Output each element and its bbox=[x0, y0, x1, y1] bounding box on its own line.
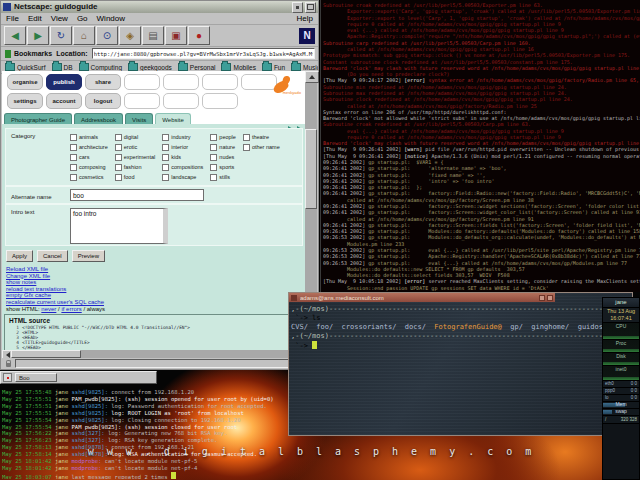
bookmark-folder-quicksurf[interactable]: QuickSurf bbox=[5, 63, 46, 71]
link-change-xml-file[interactable]: Change XML file bbox=[6, 273, 105, 280]
stop-button[interactable]: ● bbox=[188, 26, 210, 45]
checkbox[interactable] bbox=[210, 174, 217, 181]
category-option-animals[interactable]: animals bbox=[70, 132, 108, 142]
nav-button-settings[interactable]: settings bbox=[7, 93, 43, 109]
bookmark-folder-geekgoods[interactable]: geekgoods bbox=[128, 63, 172, 71]
category-option-fashion[interactable]: fashion bbox=[115, 162, 156, 172]
menu-edit[interactable]: Edit bbox=[28, 14, 42, 24]
bookmark-folder-computing[interactable]: Computing bbox=[79, 63, 122, 71]
alternate-name-input[interactable] bbox=[70, 189, 204, 201]
guide-button[interactable]: ◈ bbox=[119, 26, 141, 45]
taskbar-icon[interactable] bbox=[3, 373, 12, 382]
shell-menu-icon[interactable] bbox=[291, 295, 297, 301]
category-option-interior[interactable]: interior bbox=[162, 142, 203, 152]
vertical-scroll-thumb[interactable] bbox=[305, 129, 317, 209]
checkbox[interactable] bbox=[115, 174, 122, 181]
reload-button[interactable]: ↻ bbox=[50, 26, 72, 45]
menu-window[interactable]: Window bbox=[97, 14, 125, 24]
nav-button-empty[interactable] bbox=[163, 74, 199, 90]
category-option-composing[interactable]: composing bbox=[70, 162, 108, 172]
link-reload-xml-file[interactable]: Reload XML file bbox=[6, 266, 105, 273]
category-option-food[interactable]: food bbox=[115, 172, 156, 182]
category-option-kids[interactable]: kids bbox=[162, 152, 203, 162]
category-option-experimental[interactable]: experimental bbox=[115, 152, 156, 162]
category-option-people[interactable]: people bbox=[210, 132, 236, 142]
nav-button-account[interactable]: account bbox=[46, 93, 82, 109]
nav-button-empty[interactable] bbox=[202, 74, 238, 90]
category-option-stills[interactable]: stills bbox=[210, 172, 236, 182]
bookmark-folder-music[interactable]: Music bbox=[291, 63, 318, 71]
back-button[interactable]: ◀ bbox=[4, 26, 26, 45]
checkbox[interactable] bbox=[115, 144, 122, 151]
nav-button-empty[interactable] bbox=[124, 93, 160, 109]
horizontal-scroll-thumb[interactable] bbox=[11, 350, 81, 358]
checkbox[interactable] bbox=[210, 134, 217, 141]
nav-button-empty[interactable] bbox=[163, 93, 199, 109]
taskbar-item[interactable]: Boo bbox=[15, 373, 57, 382]
shell-titlebar[interactable]: adams@ans.mediaconsult.com bbox=[289, 293, 555, 302]
bookmark-folder-db[interactable]: DB bbox=[52, 63, 73, 71]
print-button[interactable]: ▤ bbox=[142, 26, 164, 45]
checkbox[interactable] bbox=[162, 174, 169, 181]
checkbox[interactable] bbox=[162, 144, 169, 151]
syslog-terminal[interactable]: May 25 17:55:48 jane sshd[9825]: connect… bbox=[2, 389, 294, 479]
checkbox[interactable] bbox=[115, 154, 122, 161]
throbber-logo[interactable]: N bbox=[299, 28, 315, 44]
bookmark-folder-personal[interactable]: Personal bbox=[178, 63, 216, 71]
checkbox[interactable] bbox=[243, 134, 250, 141]
nav-button-organise[interactable]: organise bbox=[7, 74, 43, 90]
horizontal-scrollbar[interactable] bbox=[2, 350, 319, 358]
menu-help[interactable]: Help bbox=[297, 14, 313, 24]
checkbox[interactable] bbox=[70, 134, 77, 141]
nav-button-empty[interactable] bbox=[202, 93, 238, 109]
category-option-architecture[interactable]: architecture bbox=[70, 142, 108, 152]
bookmark-folder-mobiles[interactable]: Mobiles bbox=[221, 63, 255, 71]
apply-button[interactable]: Apply bbox=[6, 250, 33, 262]
nav-button-publish[interactable]: publish bbox=[46, 74, 82, 90]
checkbox[interactable] bbox=[162, 134, 169, 141]
show-html-option-if-errors[interactable]: if errors bbox=[61, 306, 81, 312]
search-button[interactable]: ⊙ bbox=[96, 26, 118, 45]
preview-button[interactable]: Preview bbox=[72, 250, 105, 262]
category-option-erotic[interactable]: erotic bbox=[115, 142, 156, 152]
link-show-notes[interactable]: show notes bbox=[6, 279, 105, 286]
menu-go[interactable]: Go bbox=[77, 14, 88, 24]
checkbox[interactable] bbox=[210, 164, 217, 171]
checkbox[interactable] bbox=[243, 144, 250, 151]
category-option-other-name[interactable]: other name bbox=[243, 142, 280, 152]
category-option-cosmetics[interactable]: cosmetics bbox=[70, 172, 108, 182]
category-option-compositions[interactable]: compositions bbox=[162, 162, 203, 172]
category-option-nature[interactable]: nature bbox=[210, 142, 236, 152]
security-button[interactable]: ▣ bbox=[165, 26, 187, 45]
nav-button-logout[interactable]: logout bbox=[85, 93, 121, 109]
minimize-button[interactable] bbox=[292, 2, 303, 13]
checkbox[interactable] bbox=[210, 154, 217, 161]
intro-text-area[interactable]: foo intro bbox=[70, 208, 168, 244]
nav-button-share[interactable]: share bbox=[85, 74, 121, 90]
checkbox[interactable] bbox=[210, 144, 217, 151]
scroll-up-icon[interactable] bbox=[305, 71, 319, 83]
checkbox[interactable] bbox=[70, 174, 77, 181]
cancel-button[interactable]: Cancel bbox=[37, 250, 68, 262]
category-option-sports[interactable]: sports bbox=[210, 162, 236, 172]
checkbox[interactable] bbox=[70, 144, 77, 151]
menu-view[interactable]: View bbox=[51, 14, 68, 24]
link-empty-gfx-cache[interactable]: empty Gfx cache bbox=[6, 292, 105, 299]
checkbox[interactable] bbox=[70, 164, 77, 171]
category-option-nudes[interactable]: nudes bbox=[210, 152, 236, 162]
home-button[interactable]: ⌂ bbox=[73, 26, 95, 45]
checkbox[interactable] bbox=[115, 134, 122, 141]
link-reload-text-translations[interactable]: reload text translations bbox=[6, 286, 105, 293]
url-input[interactable] bbox=[92, 48, 315, 59]
browser-titlebar[interactable]: Netscape: guidoguide bbox=[1, 1, 318, 13]
bookmarks-label[interactable]: Bookmarks bbox=[14, 50, 52, 57]
checkbox[interactable] bbox=[162, 164, 169, 171]
checkbox[interactable] bbox=[70, 154, 77, 161]
bookmark-icon[interactable] bbox=[5, 50, 11, 58]
error-log-terminal[interactable]: Subroutine croak redefined at /usr/lib/p… bbox=[320, 0, 640, 292]
category-option-cars[interactable]: cars bbox=[70, 152, 108, 162]
bookmark-folder-fun[interactable]: Fun bbox=[262, 63, 285, 71]
category-option-industry[interactable]: industry bbox=[162, 132, 203, 142]
shell-terminal[interactable]: adams@ans.mediaconsult.com ,-(~/mos)----… bbox=[288, 292, 633, 436]
maximize-button[interactable] bbox=[305, 2, 316, 13]
